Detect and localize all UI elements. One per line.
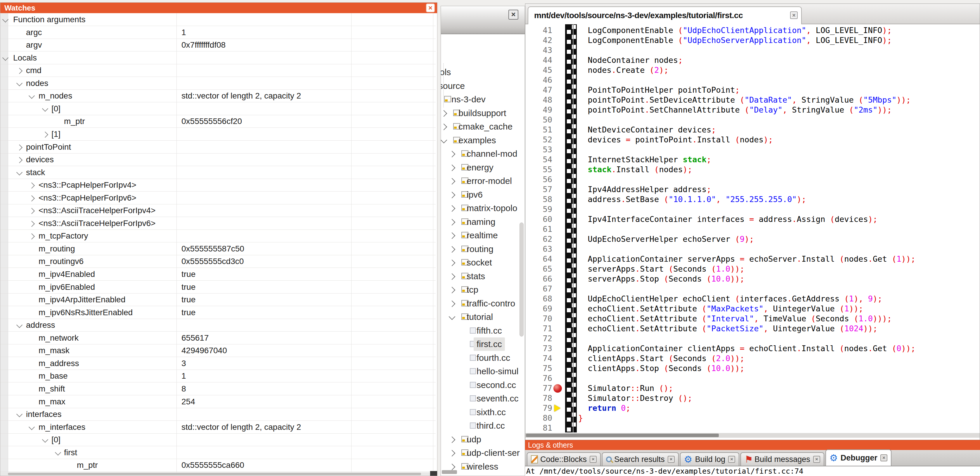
watch-row[interactable]: <ns3::PcapHelperForIpv4>: [0, 179, 436, 192]
log-tab-search-results[interactable]: Search results×: [602, 452, 679, 466]
watch-row[interactable]: nodes: [0, 77, 436, 90]
close-icon[interactable]: ×: [590, 456, 597, 463]
code-line-67[interactable]: 67: [525, 284, 980, 294]
tree-item-buildsupport[interactable]: buildsupport: [441, 106, 525, 120]
tree-item-traffic-contro[interactable]: traffic-contro: [441, 297, 525, 310]
close-icon[interactable]: ×: [508, 10, 518, 19]
log-tab-debugger[interactable]: ⚙Debugger×: [826, 449, 891, 466]
code-line-41[interactable]: 41 LogComponentEnable ("UdpEchoClientApp…: [525, 26, 980, 35]
collapse-icon[interactable]: [16, 169, 22, 175]
editor-tab-first-cc[interactable]: mnt/dev/tools/source/ns-3-dev/examples/t…: [528, 6, 802, 24]
tree-item-channel-mod[interactable]: channel-mod: [441, 147, 525, 161]
close-icon[interactable]: ×: [668, 456, 675, 463]
collapse-icon[interactable]: [16, 411, 22, 417]
tree-item-tutorial[interactable]: tutorial: [441, 310, 525, 324]
expand-icon[interactable]: [441, 110, 447, 117]
tree-item-fifth-cc[interactable]: fifth.cc: [441, 324, 525, 337]
code-line-63[interactable]: 63: [525, 244, 980, 254]
watch-row[interactable]: m_ptr0x5555555ca660: [0, 459, 436, 471]
tree-item-source[interactable]: source: [441, 79, 525, 93]
editor-horizontal-scrollbar[interactable]: [525, 433, 980, 438]
log-tab-build-messages[interactable]: ⚑Build messages×: [740, 452, 824, 466]
expand-icon[interactable]: [449, 219, 455, 225]
code-line-49[interactable]: 49 pointToPoint.SetChannelAttribute ("De…: [525, 105, 980, 115]
code-line-43[interactable]: 43: [525, 45, 980, 55]
watch-row[interactable]: m_mask4294967040: [0, 344, 436, 357]
watches-titlebar[interactable]: Watches ×: [0, 3, 437, 13]
tree-item-second-cc[interactable]: second.cc: [441, 379, 525, 392]
close-icon[interactable]: ×: [813, 456, 820, 463]
expand-icon[interactable]: [449, 246, 455, 252]
watch-row[interactable]: m_routing0x555555587c50: [0, 243, 436, 255]
tree-item-examples[interactable]: examples: [441, 134, 525, 147]
tree-item-ns-3-dev[interactable]: ns-3-dev: [441, 93, 525, 106]
tree-item-matrix-topolo[interactable]: matrix-topolo: [441, 201, 525, 215]
code-line-65[interactable]: 65 serverApps.Start (Seconds (1.0));: [525, 264, 980, 274]
watch-row[interactable]: argc1: [0, 26, 436, 39]
code-line-46[interactable]: 46: [525, 75, 980, 85]
expand-icon[interactable]: [16, 68, 22, 74]
tree-item-udp[interactable]: udp: [441, 433, 525, 446]
expand-icon[interactable]: [449, 205, 455, 212]
watches-horizontal-scrollbar[interactable]: [0, 472, 437, 476]
scrollbar-thumb[interactable]: [526, 434, 719, 437]
log-tab-code-blocks[interactable]: Code::Blocks×: [527, 452, 601, 466]
close-icon[interactable]: ×: [426, 3, 435, 12]
code-line-79[interactable]: 79 return 0;: [525, 403, 980, 413]
tree-item-naming[interactable]: naming: [441, 215, 525, 228]
close-icon[interactable]: ×: [790, 11, 798, 19]
collapse-icon[interactable]: [29, 93, 35, 99]
watch-row[interactable]: m_routingv60x5555555cd3c0: [0, 255, 436, 268]
code-line-50[interactable]: 50: [525, 115, 980, 125]
tree-item-first-cc[interactable]: first.cc: [441, 337, 525, 351]
projects-tree[interactable]: olssourcens-3-devbuildsupportcmake_cache…: [441, 34, 525, 476]
code-line-45[interactable]: 45 nodes.Create (2);: [525, 65, 980, 75]
watch-row[interactable]: m_ipv6Enabledtrue: [0, 281, 436, 294]
code-line-80[interactable]: 80}: [525, 413, 980, 423]
code-line-57[interactable]: 57 Ipv4AddressHelper address;: [525, 184, 980, 195]
collapse-icon[interactable]: [42, 105, 48, 112]
code-line-64[interactable]: 64 ApplicationContainer serverApps = ech…: [525, 254, 980, 264]
collapse-icon[interactable]: [16, 322, 22, 328]
code-line-60[interactable]: 60 Ipv4InterfaceContainer interfaces = a…: [525, 214, 980, 224]
expand-icon[interactable]: [29, 182, 35, 188]
tree-vertical-scrollbar-thumb[interactable]: [520, 222, 523, 337]
watch-row[interactable]: Function arguments: [0, 13, 436, 26]
watch-row[interactable]: devices: [0, 153, 436, 166]
code-line-74[interactable]: 74 clientApps.Start (Seconds (2.0));: [525, 353, 980, 363]
close-icon[interactable]: ×: [880, 454, 888, 462]
watch-row[interactable]: [1]: [0, 128, 436, 141]
tree-item-error-model[interactable]: error-model: [441, 174, 525, 188]
code-line-48[interactable]: 48 pointToPoint.SetDeviceAttribute ("Dat…: [525, 95, 980, 105]
projects-tree-header[interactable]: ×: [441, 6, 525, 34]
expand-icon[interactable]: [449, 436, 455, 443]
code-line-72[interactable]: 72: [525, 334, 980, 343]
watch-row[interactable]: <ns3::AsciiTraceHelperForIpv6>: [0, 217, 436, 230]
watch-row[interactable]: m_ipv6NsRsJitterEnabledtrue: [0, 306, 436, 319]
expand-icon[interactable]: [449, 151, 455, 158]
expand-icon[interactable]: [441, 124, 447, 130]
watch-row[interactable]: stack: [0, 166, 436, 179]
tree-item-fourth-cc[interactable]: fourth.cc: [441, 351, 525, 364]
watch-row[interactable]: address: [0, 319, 436, 332]
code-line-76[interactable]: 76: [525, 373, 980, 383]
code-line-70[interactable]: 70 echoClient.SetAttribute ("Interval", …: [525, 314, 980, 324]
tree-item-seventh-cc[interactable]: seventh.cc: [441, 392, 525, 405]
tree-item-ipv6[interactable]: ipv6: [441, 188, 525, 201]
expand-icon[interactable]: [449, 260, 455, 266]
watch-row[interactable]: [0]: [0, 102, 436, 115]
tree-item-energy[interactable]: energy: [441, 161, 525, 174]
watch-row[interactable]: <ns3::AsciiTraceHelperForIpv4>: [0, 204, 436, 217]
scrollbar-thumb[interactable]: [8, 473, 421, 475]
resize-grip[interactable]: [430, 471, 437, 476]
collapse-icon[interactable]: [29, 424, 35, 430]
watch-row[interactable]: pointToPoint: [0, 141, 436, 153]
code-line-77[interactable]: 77 Simulator::Run ();: [525, 383, 980, 393]
tree-item-ols[interactable]: ols: [441, 65, 525, 79]
code-line-68[interactable]: 68 UdpEchoClientHelper echoClient (inter…: [525, 294, 980, 304]
collapse-icon[interactable]: [55, 449, 61, 455]
watch-row[interactable]: m_ptr0x55555556cf20: [0, 115, 436, 128]
watch-row[interactable]: m_nodesstd::vector of length 2, capacity…: [0, 89, 436, 102]
expand-icon[interactable]: [449, 300, 455, 307]
code-line-66[interactable]: 66 serverApps.Stop (Seconds (10.0));: [525, 274, 980, 284]
